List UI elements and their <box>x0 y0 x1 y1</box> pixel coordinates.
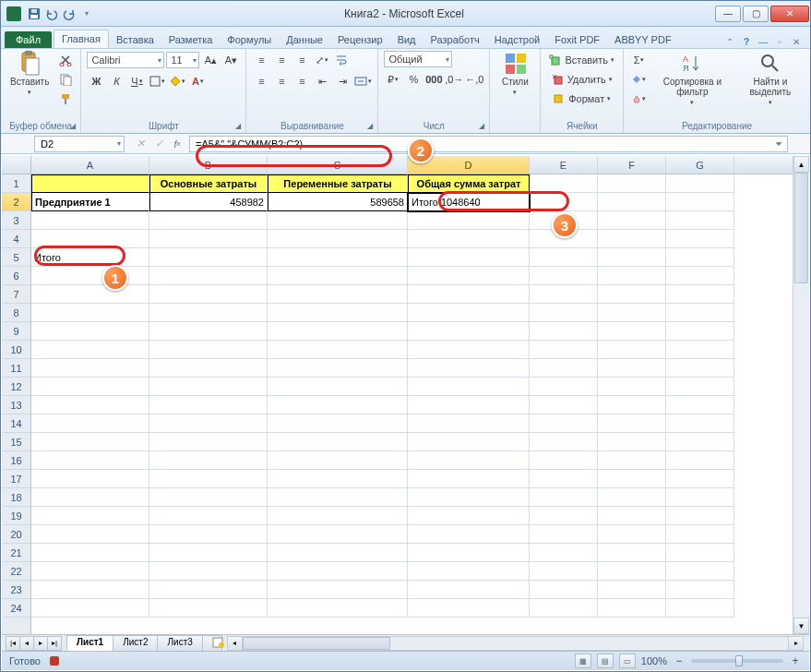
doc-minimize-icon[interactable]: ― <box>757 35 769 48</box>
cell[interactable] <box>408 544 530 562</box>
new-sheet-button[interactable] <box>202 635 222 652</box>
vertical-scrollbar[interactable]: ▲ ▼ <box>793 156 809 634</box>
row-header[interactable]: 21 <box>2 544 30 562</box>
cell[interactable] <box>408 581 530 599</box>
cell[interactable] <box>598 211 666 230</box>
orientation-button[interactable]: ⤢ <box>313 51 331 69</box>
cell[interactable] <box>268 396 408 414</box>
row-header[interactable]: 4 <box>2 230 30 248</box>
cell[interactable] <box>268 378 408 396</box>
cell[interactable] <box>666 341 734 359</box>
close-button[interactable]: ✕ <box>770 6 809 22</box>
cell[interactable] <box>149 525 268 544</box>
tab-data[interactable]: Данные <box>279 31 330 48</box>
cell[interactable] <box>530 544 598 562</box>
cell[interactable] <box>530 248 598 267</box>
cell[interactable] <box>408 433 530 451</box>
cell[interactable] <box>666 488 734 507</box>
cell[interactable] <box>268 341 408 359</box>
cell[interactable] <box>530 267 598 285</box>
cell[interactable] <box>666 378 734 396</box>
cell[interactable] <box>530 341 598 359</box>
horizontal-scrollbar[interactable]: ◂ ▸ <box>227 636 804 651</box>
view-normal-icon[interactable]: ▦ <box>575 654 591 668</box>
sheet-nav-next-icon[interactable]: ▸ <box>33 636 48 651</box>
underline-button[interactable]: Ч <box>127 72 146 90</box>
cell[interactable] <box>149 285 268 304</box>
cell[interactable] <box>31 525 149 544</box>
sort-filter-button[interactable]: АЯ Сортировка и фильтр ▾ <box>652 51 733 109</box>
comma-button[interactable]: 000 <box>424 70 443 89</box>
number-launcher-icon[interactable]: ◢ <box>476 120 487 131</box>
col-header[interactable]: D <box>408 156 530 174</box>
font-name-combo[interactable]: Calibri <box>87 52 164 68</box>
scroll-up-icon[interactable]: ▲ <box>793 156 809 173</box>
cell[interactable] <box>149 396 268 414</box>
increase-indent-button[interactable]: ⇥ <box>333 72 352 90</box>
cell[interactable] <box>598 562 666 581</box>
cell[interactable] <box>666 304 734 322</box>
row-header[interactable]: 13 <box>2 396 30 414</box>
cell[interactable] <box>666 470 734 488</box>
cell[interactable] <box>31 396 149 414</box>
tab-developer[interactable]: Разработч <box>423 31 487 48</box>
autosum-button[interactable]: Σ <box>629 51 649 69</box>
cell[interactable] <box>408 396 530 414</box>
align-middle-button[interactable]: ≡ <box>272 51 291 69</box>
row-header[interactable]: 22 <box>2 562 30 581</box>
select-all-button[interactable] <box>2 156 30 174</box>
cell[interactable] <box>149 322 268 341</box>
insert-cells-button[interactable]: Вставить <box>546 51 617 69</box>
macro-record-icon[interactable] <box>50 656 59 666</box>
cell[interactable] <box>598 451 666 470</box>
cell[interactable] <box>31 174 149 193</box>
cell[interactable] <box>408 488 530 507</box>
cell[interactable] <box>31 267 149 285</box>
tab-file[interactable]: Файл <box>5 31 52 48</box>
row-header[interactable]: 15 <box>2 433 30 451</box>
view-pagelayout-icon[interactable]: ▤ <box>597 654 614 668</box>
cell[interactable] <box>666 414 734 433</box>
cell[interactable] <box>530 414 598 433</box>
cell[interactable] <box>149 544 268 562</box>
col-header[interactable]: F <box>598 156 666 174</box>
copy-button[interactable] <box>56 70 75 89</box>
cell[interactable] <box>149 599 268 618</box>
zoom-slider[interactable] <box>691 659 783 663</box>
cell[interactable] <box>149 341 268 359</box>
cell[interactable] <box>408 599 530 618</box>
cell[interactable] <box>268 488 408 507</box>
cell[interactable] <box>408 562 530 581</box>
find-select-button[interactable]: Найти и выделить ▾ <box>736 51 805 109</box>
align-bottom-button[interactable]: ≡ <box>292 51 311 69</box>
cell[interactable] <box>530 507 598 525</box>
cell[interactable] <box>408 470 530 488</box>
cell[interactable] <box>666 525 734 544</box>
cell[interactable] <box>149 304 268 322</box>
row-header[interactable]: 8 <box>2 304 30 322</box>
cell[interactable] <box>268 359 408 378</box>
help-icon[interactable]: ? <box>740 35 753 48</box>
cell[interactable] <box>149 248 268 267</box>
row-header[interactable]: 19 <box>2 507 30 525</box>
sheet-nav-prev-icon[interactable]: ◂ <box>19 636 34 651</box>
cell[interactable] <box>530 230 598 248</box>
cell[interactable] <box>666 322 734 341</box>
sheet-nav-first-icon[interactable]: |◂ <box>6 636 20 651</box>
cancel-formula-icon[interactable]: ✕ <box>132 136 149 152</box>
format-cells-button[interactable]: Формат <box>546 90 617 108</box>
cell[interactable] <box>598 248 666 267</box>
cell[interactable] <box>666 396 734 414</box>
cell[interactable]: Переменные затраты <box>268 174 408 193</box>
cell[interactable] <box>598 599 666 618</box>
cell[interactable] <box>31 599 149 618</box>
accounting-format-button[interactable]: ₽ <box>384 70 402 89</box>
scroll-down-icon[interactable]: ▼ <box>793 618 809 634</box>
cell[interactable] <box>268 599 408 618</box>
zoom-thumb[interactable] <box>735 655 743 666</box>
percent-button[interactable]: % <box>404 70 423 89</box>
cell[interactable] <box>31 581 149 599</box>
cell[interactable] <box>268 525 408 544</box>
formula-input[interactable]: =A5&" "&СУММ(B2:C2) ⏷ <box>189 136 788 152</box>
cell[interactable] <box>31 341 149 359</box>
